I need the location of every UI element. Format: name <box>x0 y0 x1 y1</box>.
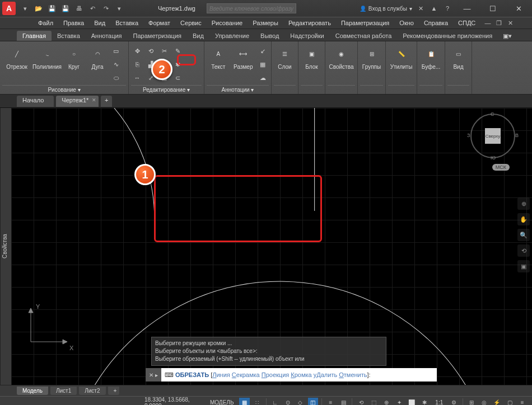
exchange-icon[interactable]: ✕ <box>416 3 426 13</box>
close-tab-icon[interactable]: ✕ <box>92 97 96 103</box>
panel-anno-title[interactable]: Аннотации ▾ <box>207 85 269 94</box>
ribbon-collapse-icon[interactable]: ▣▾ <box>500 31 515 41</box>
line-button[interactable]: ╱Отрезок <box>2 43 31 72</box>
app-icon[interactable]: ▲ <box>429 3 439 13</box>
customize-icon[interactable]: ≡ <box>517 398 528 406</box>
close-button[interactable]: ✕ <box>507 0 530 17</box>
cycling-toggle-icon[interactable]: ⟲ <box>356 398 366 406</box>
gizmo-toggle-icon[interactable]: ✱ <box>419 398 430 406</box>
menu-param[interactable]: Параметризация <box>337 18 394 27</box>
modelspace-button[interactable]: МОДЕЛЬ <box>207 399 237 405</box>
table-icon[interactable]: ▦ <box>256 58 269 70</box>
clipboard-button[interactable]: 📋Буфе... <box>419 43 442 72</box>
tab-manage[interactable]: Управление <box>209 31 255 41</box>
selection-toggle-icon[interactable]: ⬜ <box>407 398 417 406</box>
layout-tab-2[interactable]: Лист2 <box>79 387 105 395</box>
rect-icon[interactable]: ▭ <box>110 45 122 57</box>
layers-button[interactable]: ☰Слои <box>274 43 296 72</box>
nav-zoom-icon[interactable]: 🔍 <box>517 229 530 241</box>
new-icon[interactable]: ▾ <box>20 3 30 13</box>
panel-modify-title[interactable]: Редактирование ▾ <box>131 85 202 94</box>
layout-tab-1[interactable]: Лист1 <box>50 387 77 395</box>
monitor-icon[interactable]: ⊞ <box>466 398 477 406</box>
plot-icon[interactable]: 🖶 <box>74 3 84 13</box>
rotate-icon[interactable]: ⟲ <box>144 45 157 57</box>
coordinates-readout[interactable]: 18.3304, 13.5668, 0.0000 <box>144 397 198 406</box>
nav-wheel-icon[interactable]: ⊕ <box>517 197 530 210</box>
menu-spds[interactable]: СПДС <box>454 18 480 27</box>
menu-tools[interactable]: Сервис <box>176 18 206 27</box>
properties-button[interactable]: ◉Свойства <box>328 43 355 72</box>
redo-icon[interactable]: ↷ <box>101 3 111 13</box>
save-icon[interactable]: 💾 <box>47 3 57 13</box>
command-line[interactable]: ✕ ▸ ⌨ ОБРЕЗАТЬ [Линия Секрамка Проекция … <box>146 368 437 382</box>
doc-close-icon[interactable]: ✕ <box>505 18 515 28</box>
menu-insert[interactable]: Вставка <box>111 18 143 27</box>
qat-more-icon[interactable]: ▾ <box>114 3 124 13</box>
menu-format[interactable]: Формат <box>144 18 175 27</box>
annotation-scale[interactable]: 1:1 <box>432 399 446 405</box>
dynamic-toggle-icon[interactable]: ⊕ <box>381 398 392 406</box>
3dosnap-toggle-icon[interactable]: ⬚ <box>368 398 379 406</box>
saveas-icon[interactable]: 💾 <box>60 3 71 13</box>
stretch-icon[interactable]: ↔ <box>131 72 143 84</box>
tab-insert[interactable]: Вставка <box>52 31 86 41</box>
app-logo[interactable]: A <box>2 2 16 15</box>
arc-button[interactable]: ◠Дуга <box>86 43 109 72</box>
ellipse-icon[interactable]: ⬭ <box>110 72 122 84</box>
tab-annotate[interactable]: Аннотация <box>86 31 128 41</box>
menu-view[interactable]: Вид <box>90 18 110 27</box>
tab-collab[interactable]: Совместная работа <box>330 31 398 41</box>
wcs-badge[interactable]: МСК <box>492 164 510 171</box>
minimize-button[interactable]: — <box>456 0 478 17</box>
viewpanel-button[interactable]: ▭Вид <box>447 43 469 72</box>
file-tab-drawing1[interactable]: Чертеж1*✕ <box>56 96 99 107</box>
tab-output[interactable]: Вывод <box>255 31 284 41</box>
polyline-button[interactable]: ⦦Полилиния <box>32 43 62 72</box>
cleanscreen-icon[interactable]: ▢ <box>505 398 515 406</box>
menu-file[interactable]: Файл <box>34 18 58 27</box>
isolate-icon[interactable]: ◎ <box>479 398 489 406</box>
dim-button[interactable]: ⟷Размер <box>231 43 255 72</box>
file-tab-start[interactable]: Начало <box>17 96 54 107</box>
open-icon[interactable]: 📂 <box>34 3 44 13</box>
menu-window[interactable]: Окно <box>395 18 418 27</box>
workspace-switch-icon[interactable]: ⚙ <box>449 398 459 406</box>
offset-icon[interactable]: ⊂ <box>171 72 184 84</box>
spline-icon[interactable]: ∿ <box>110 58 122 70</box>
quickprops-toggle-icon[interactable]: ✦ <box>394 398 404 406</box>
tab-parametric[interactable]: Параметризация <box>128 31 187 41</box>
nav-pan-icon[interactable]: ✋ <box>517 213 530 225</box>
maximize-button[interactable]: ☐ <box>482 0 504 17</box>
groups-button[interactable]: ⊞Группы <box>360 43 383 72</box>
cmdline-handle-icon[interactable]: ✕ ▸ <box>146 368 161 382</box>
menu-edit[interactable]: Правка <box>59 18 88 27</box>
layout-tab-add[interactable]: + <box>108 387 119 395</box>
polar-toggle-icon[interactable]: ⊙ <box>282 398 293 406</box>
tab-featured[interactable]: Рекомендованные приложения <box>397 31 498 41</box>
layout-tab-model[interactable]: Модель <box>17 387 48 395</box>
copy-icon[interactable]: ⎘ <box>131 58 143 70</box>
doc-minimize-icon[interactable]: — <box>483 18 493 28</box>
undo-icon[interactable]: ↶ <box>87 3 97 13</box>
menu-help[interactable]: Справка <box>419 18 452 27</box>
cloud-icon[interactable]: ☁ <box>256 72 269 84</box>
doc-restore-icon[interactable]: ❐ <box>494 18 504 28</box>
tab-addins[interactable]: Надстройки <box>284 31 329 41</box>
new-tab-button[interactable]: + <box>101 96 112 107</box>
circle-button[interactable]: ○Круг <box>63 43 85 72</box>
lineweight-toggle-icon[interactable]: ≡ <box>325 398 336 406</box>
hardware-icon[interactable]: ⚡ <box>492 398 502 406</box>
nav-showmotion-icon[interactable]: ▣ <box>517 260 530 272</box>
snap-toggle-icon[interactable]: ∷ <box>252 398 263 406</box>
transparency-toggle-icon[interactable]: ▤ <box>338 398 349 406</box>
tab-home[interactable]: Главная <box>17 31 52 41</box>
drawing-canvas[interactable]: 1 Сверху С Ю З В МСК ⊕ ✋ 🔍 ⟲ ▣ Y X Выбер… <box>11 108 532 385</box>
signin-button[interactable]: 👤 Вход в службы ▾ <box>360 6 412 12</box>
viewcube-face-top[interactable]: Сверху <box>485 128 501 144</box>
move-icon[interactable]: ✥ <box>131 45 143 57</box>
trim-icon[interactable]: ✂ <box>158 45 170 57</box>
block-button[interactable]: ▣Блок <box>301 43 323 72</box>
leader-icon[interactable]: ↙ <box>256 45 269 57</box>
text-button[interactable]: AТекст <box>207 43 230 72</box>
